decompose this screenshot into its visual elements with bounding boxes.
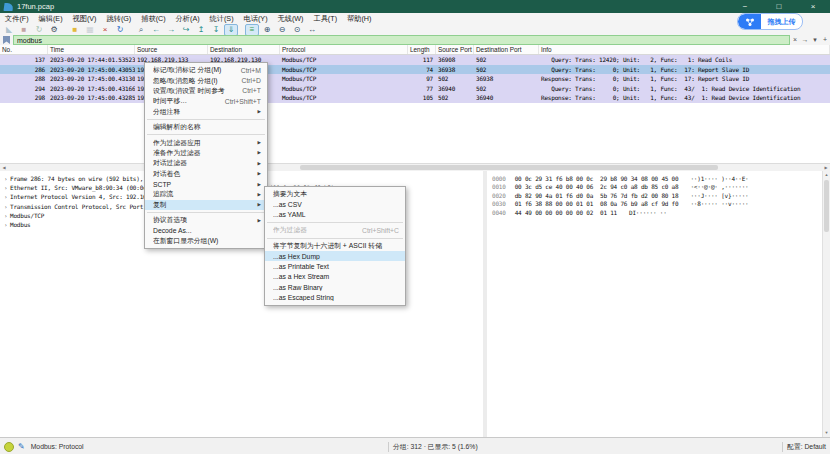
auto-scroll-icon[interactable]: ⇓ <box>224 24 238 36</box>
colorize-icon[interactable]: ≡ <box>245 24 259 36</box>
packet-row-298[interactable]: 298 2023-09-20 17:45:00.432856 192.168.2… <box>0 93 830 103</box>
go-first-packet-icon[interactable]: ↥ <box>194 24 208 36</box>
menu-item-protocol-preferences[interactable]: 协议首选项▶ <box>145 215 267 225</box>
menu-item-copy[interactable]: 复制▶ <box>145 200 267 210</box>
edit-comment-icon[interactable]: ✎ <box>18 442 25 451</box>
menu-item-conversation-filter[interactable]: 对话过滤器▶ <box>145 158 267 168</box>
menu-item-time-reference[interactable]: 设置/取消设置 时间参考Ctrl+T <box>145 86 267 96</box>
go-forward-icon[interactable]: → <box>164 24 178 36</box>
menu-item-mark-unmark[interactable]: 标记/取消标记 分组(M)Ctrl+M <box>145 65 267 75</box>
submenu-item-as-printable-text[interactable]: ...as Printable Text <box>265 261 405 271</box>
close-file-icon[interactable]: × <box>98 24 112 36</box>
menu-item-edit-resolved-name[interactable]: 编辑解析的名称 <box>145 122 267 132</box>
submenu-item-bytes-hex-ascii-dump[interactable]: 将字节复制为十六进制 + ASCII 转储 <box>265 241 405 251</box>
column-header-source[interactable]: Source <box>135 45 208 54</box>
column-header-info[interactable]: Info <box>539 45 830 54</box>
vertical-scrollbar-thumb[interactable] <box>824 180 829 232</box>
scroll-down-arrow[interactable]: ▼ <box>823 429 830 437</box>
menu-item-ignore-unignore[interactable]: 忽略/取消忽略 分组(I)Ctrl+D <box>145 75 267 85</box>
column-header-source-port[interactable]: Source Port <box>436 45 474 54</box>
hex-row[interactable]: 003001 f6 38 88 00 00 01 01 08 0a 76 b9 … <box>487 200 830 208</box>
column-header-destination[interactable]: Destination <box>208 45 280 54</box>
column-header-protocol[interactable]: Protocol <box>280 45 408 54</box>
minimize-button[interactable]: − <box>728 0 762 13</box>
clear-filter-icon[interactable]: × <box>790 35 800 45</box>
start-capture-icon[interactable]: ◣ <box>2 24 16 36</box>
find-packet-icon[interactable]: ⌕ <box>134 24 148 36</box>
submenu-item-as-yaml[interactable]: ...as YAML <box>265 210 405 220</box>
add-filter-button[interactable]: + <box>820 35 830 45</box>
submenu-item-as-csv[interactable]: ...as CSV <box>265 199 405 209</box>
close-button[interactable]: × <box>796 0 830 13</box>
menu-item-apply-as-filter[interactable]: 作为过滤器应用▶ <box>145 137 267 147</box>
menu-item-follow[interactable]: 追踪流▶ <box>145 189 267 199</box>
zoom-in-icon[interactable]: ⊕ <box>260 24 274 36</box>
submenu-item-as-hex-dump[interactable]: ...as Hex Dump <box>265 251 405 261</box>
packet-row-288[interactable]: 288 2023-09-20 17:45:00.431304 192.168.2… <box>0 74 830 84</box>
go-back-icon[interactable]: ← <box>149 24 163 36</box>
menubar-item-wireless[interactable]: 无线(W) <box>273 13 309 24</box>
menu-item-decode-as[interactable]: Decode As... <box>145 225 267 235</box>
status-profile[interactable]: 配置: Default <box>787 442 826 452</box>
stop-capture-icon[interactable]: ■ <box>17 24 31 36</box>
submenu-item-as-hex-stream[interactable]: ...as a Hex Stream <box>265 272 405 282</box>
menubar-item-view[interactable]: 视图(V) <box>68 13 102 24</box>
menu-item-show-in-new-window[interactable]: 在新窗口显示分组(W) <box>145 236 267 246</box>
scroll-left-arrow[interactable]: ◀ <box>0 164 8 171</box>
zoom-out-icon[interactable]: ⊖ <box>275 24 289 36</box>
open-file-icon[interactable]: ■ <box>68 24 82 36</box>
packet-row-294[interactable]: 294 2023-09-20 17:45:00.431666 192.168.2… <box>0 84 830 94</box>
filter-input[interactable] <box>13 35 790 45</box>
column-header-destination-port[interactable]: Destination Port <box>474 45 539 54</box>
expert-info-icon[interactable] <box>4 442 14 452</box>
upload-cluster-icon <box>738 14 761 29</box>
packet-row-137[interactable]: 137 2023-09-20 17:44:01.535231 192.168.2… <box>0 55 830 65</box>
menubar-item-go[interactable]: 跳转(G) <box>102 13 137 24</box>
submenu-item-summary-as-text[interactable]: 摘要为文本 <box>265 189 405 199</box>
scroll-up-arrow[interactable]: ▲ <box>823 171 830 179</box>
save-file-icon[interactable]: ▦ <box>83 24 97 36</box>
apply-filter-icon[interactable]: → <box>800 35 810 45</box>
menu-item-packet-comments[interactable]: 分组注释▶ <box>145 107 267 117</box>
zoom-100-icon[interactable]: ⊙ <box>290 24 304 36</box>
submenu-item-as-filter[interactable]: 作为过滤器Ctrl+Shift+C <box>265 225 405 235</box>
column-header-length[interactable]: Length <box>408 45 436 54</box>
column-header-no[interactable]: No. <box>0 45 48 54</box>
filter-dropdown-icon[interactable]: ▾ <box>810 35 820 45</box>
menubar-item-edit[interactable]: 编辑(E) <box>34 13 68 24</box>
menubar-item-analyze[interactable]: 分析(A) <box>171 13 205 24</box>
go-to-packet-icon[interactable]: ↪ <box>179 24 193 36</box>
menubar-item-capture[interactable]: 捕获(C) <box>136 13 170 24</box>
menubar-item-tools[interactable]: 工具(T) <box>308 13 342 24</box>
scroll-right-arrow[interactable]: ▶ <box>822 164 830 171</box>
reload-file-icon[interactable]: ↻ <box>113 24 127 36</box>
submenu-item-as-escaped-string[interactable]: ...as Escaped String <box>265 293 405 303</box>
menu-item-time-shift[interactable]: 时间平移…Ctrl+Shift+T <box>145 96 267 106</box>
submenu-arrow-icon: ▶ <box>258 202 261 207</box>
menu-item-sctp[interactable]: SCTP▶ <box>145 179 267 189</box>
go-last-packet-icon[interactable]: ↧ <box>209 24 223 36</box>
submenu-item-as-raw-binary[interactable]: ...as Raw Binary <box>265 282 405 292</box>
capture-options-icon[interactable]: ⚙ <box>47 24 61 36</box>
hex-row[interactable]: 0020db 82 90 4a 01 f6 d0 0a 5b 76 7d fb … <box>487 192 830 200</box>
packet-row-286-selected[interactable]: 286 2023-09-20 17:45:00.430539 192.168.2… <box>0 65 830 75</box>
restart-capture-icon[interactable]: ↻ <box>32 24 46 36</box>
menu-separator <box>147 119 265 120</box>
menu-item-colorize-conversation[interactable]: 对话着色▶ <box>145 169 267 179</box>
menubar-item-statistics[interactable]: 统计(S) <box>205 13 239 24</box>
resize-columns-icon[interactable]: ↔ <box>305 24 319 36</box>
menu-separator <box>147 212 265 213</box>
hex-row[interactable]: 000000 0c 29 31 f6 b8 00 0c 29 b8 90 34 … <box>487 175 830 183</box>
hex-row[interactable]: 001000 3c d5 ce 40 00 40 06 2c 94 c0 a8 … <box>487 183 830 191</box>
menubar-item-telephony[interactable]: 电话(Y) <box>239 13 273 24</box>
column-header-time[interactable]: Time <box>48 45 135 54</box>
hex-row[interactable]: 004044 49 00 00 00 00 00 02 01 11DI·····… <box>487 209 830 217</box>
drag-upload-button[interactable]: 拖拽上传 <box>737 13 803 30</box>
menu-item-prepare-as-filter[interactable]: 准备作为过滤器▶ <box>145 148 267 158</box>
submenu-arrow-icon: ▶ <box>258 171 261 176</box>
menubar-item-file[interactable]: 文件(F) <box>0 13 34 24</box>
menubar-item-help[interactable]: 帮助(H) <box>342 13 376 24</box>
maximize-button[interactable]: □ <box>762 0 796 13</box>
horizontal-scrollbar-thumb[interactable] <box>300 165 718 170</box>
bookmark-icon[interactable] <box>3 36 10 44</box>
